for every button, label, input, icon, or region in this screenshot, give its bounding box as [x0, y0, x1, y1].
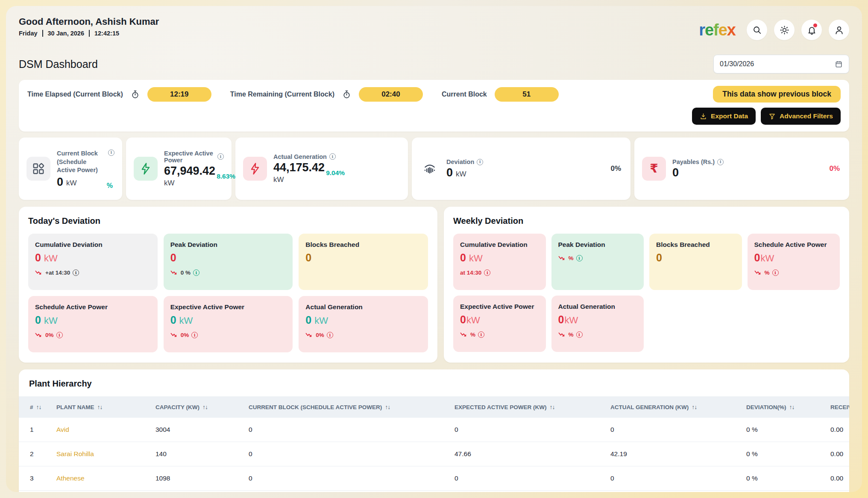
- info-icon[interactable]: [576, 255, 583, 261]
- info-icon[interactable]: [73, 270, 79, 276]
- info-icon[interactable]: [217, 153, 224, 160]
- column-header-current-block[interactable]: CURRENT BLOCK (SCHEDULE ACTIVE POWER): [244, 396, 450, 418]
- action-buttons: Export Data Advanced Filters: [692, 108, 841, 125]
- export-data-button[interactable]: Export Data: [692, 108, 756, 125]
- kpi-value: 0: [446, 167, 453, 179]
- info-icon[interactable]: [193, 270, 199, 276]
- card-unit: kW: [314, 316, 328, 325]
- kpi-unit: kW: [456, 170, 466, 179]
- refex-logo: refex: [699, 22, 736, 38]
- kpi-label: Current Block (Schedule Active Power): [57, 149, 106, 175]
- info-icon[interactable]: [56, 332, 63, 338]
- column-header-index[interactable]: #: [19, 396, 52, 418]
- cell-index: 1: [19, 418, 52, 442]
- card-footnote: +at 14:30: [45, 270, 70, 276]
- notifications-button[interactable]: [801, 20, 822, 40]
- info-icon[interactable]: [576, 331, 583, 338]
- card-value: 0: [656, 252, 662, 263]
- card-value: 0: [305, 252, 311, 263]
- info-icon[interactable]: [477, 159, 483, 165]
- search-button[interactable]: [747, 20, 767, 40]
- info-icon[interactable]: [327, 332, 333, 338]
- card-unit: kW: [179, 316, 193, 325]
- card-footnote: 0%: [181, 332, 189, 338]
- cell-expected-power: 47.66: [450, 442, 606, 466]
- cell-receivables: 0.00: [826, 418, 849, 442]
- card-footnote: 0 %: [181, 270, 191, 276]
- table-row: 1 Avid 3004 0 0 0 0 % 0.00: [19, 418, 849, 442]
- column-header-capacity[interactable]: CAPACITY (KW): [151, 396, 244, 418]
- sort-icon[interactable]: [97, 404, 103, 410]
- cell-receivables: 0.00: [826, 491, 849, 492]
- sort-icon[interactable]: [202, 404, 208, 410]
- theme-toggle-button[interactable]: [774, 20, 795, 40]
- top-header: Good Afternoon, Ashish Kumar Friday30 Ja…: [19, 16, 849, 40]
- info-icon[interactable]: [717, 159, 724, 165]
- card-unit: kW: [469, 254, 483, 263]
- card-actual-generation: Actual Generation 0 kW 0%: [299, 296, 428, 352]
- card-cumulative-deviation: Cumulative Deviation 0 kW at 14:30: [453, 234, 546, 290]
- trend-down-icon: [460, 332, 468, 337]
- time-remaining-label: Time Remaining (Current Block): [230, 91, 334, 98]
- card-footnote: %: [569, 331, 574, 338]
- cell-current-block: 0: [244, 491, 450, 492]
- bar-actions: This data show previous block Export Dat…: [692, 86, 841, 125]
- card-unit: kW: [564, 316, 578, 325]
- column-header-expected-active-power[interactable]: EXPECTED ACTIVE POWER (KW): [450, 396, 606, 418]
- cell-current-block: 0: [244, 466, 450, 491]
- datetime-text: Friday30 Jan, 202612:42:15: [19, 30, 159, 37]
- sort-icon[interactable]: [36, 404, 41, 410]
- info-icon[interactable]: [772, 270, 779, 276]
- filter-icon: [768, 113, 776, 120]
- kpi-label: Expective Active Power: [164, 150, 215, 164]
- cell-plant-name[interactable]: Sarai Rohilla: [52, 442, 151, 466]
- cell-capacity: 3004: [151, 418, 244, 442]
- column-header-deviation[interactable]: DEVIATION(%): [742, 396, 826, 418]
- column-header-plant-name[interactable]: PLANT NAME: [52, 396, 151, 418]
- cell-plant-name[interactable]: Athenese: [52, 466, 151, 491]
- card-value: 0: [305, 315, 311, 325]
- kpi-unit: kW: [66, 179, 77, 188]
- advanced-filters-button[interactable]: Advanced Filters: [761, 108, 841, 125]
- time-elapsed-label: Time Elapsed (Current Block): [27, 91, 123, 98]
- card-blocks-breached: Blocks Breached 0: [649, 234, 742, 290]
- kpi-label: Actual Generation: [273, 153, 327, 160]
- card-peak-deviation: Peak Deviation 0 0 %: [164, 234, 293, 290]
- cell-expected-power: 0: [450, 491, 606, 492]
- clock-text: 12:42:15: [89, 30, 119, 37]
- profile-button[interactable]: [829, 20, 849, 40]
- column-header-receivables[interactable]: RECEIVABLES: [826, 396, 849, 418]
- todays-deviation-panel: Today's Deviation Cumulative Deviation 0…: [19, 207, 437, 363]
- info-icon[interactable]: [484, 270, 490, 276]
- calendar-icon[interactable]: [835, 60, 843, 68]
- card-value: 0: [754, 252, 760, 263]
- kpi-percent: 8.63%: [217, 173, 235, 180]
- card-unit: kW: [466, 316, 480, 325]
- sort-icon[interactable]: [692, 404, 697, 410]
- column-header-actual-generation[interactable]: ACTUAL GENERATION (KW): [606, 396, 742, 418]
- sort-icon[interactable]: [789, 404, 795, 410]
- info-icon[interactable]: [329, 153, 336, 160]
- sort-icon[interactable]: [385, 404, 390, 410]
- info-icon[interactable]: [108, 149, 114, 156]
- trend-down-icon: [305, 332, 313, 338]
- cell-actual-generation: 0: [606, 491, 742, 492]
- date-picker[interactable]: [713, 55, 849, 73]
- sort-icon[interactable]: [550, 404, 555, 410]
- kpi-side-percent: 0%: [610, 164, 621, 173]
- cell-plant-name[interactable]: Avid: [52, 418, 151, 442]
- cell-current-block: 0: [244, 442, 450, 466]
- dashboard-root: Good Afternoon, Ashish Kumar Friday30 Ja…: [6, 6, 862, 492]
- date-input[interactable]: [720, 60, 831, 68]
- current-block-label: Current Block: [442, 91, 487, 98]
- info-icon[interactable]: [191, 332, 198, 338]
- info-icon[interactable]: [478, 331, 484, 338]
- card-footnote: 0%: [316, 332, 324, 338]
- cell-plant-name[interactable]: Swelter: [52, 491, 151, 492]
- table-row: 2 Sarai Rohilla 140 0 47.66 42.19 0 % 0.…: [19, 442, 849, 466]
- card-value: 0: [35, 252, 41, 263]
- kpi-side-percent: %: [107, 182, 113, 190]
- kpi-deviation: Deviation 0 kW 0%: [412, 138, 630, 200]
- stopwatch-icon: [131, 90, 140, 99]
- kpi-value: 0: [57, 176, 63, 188]
